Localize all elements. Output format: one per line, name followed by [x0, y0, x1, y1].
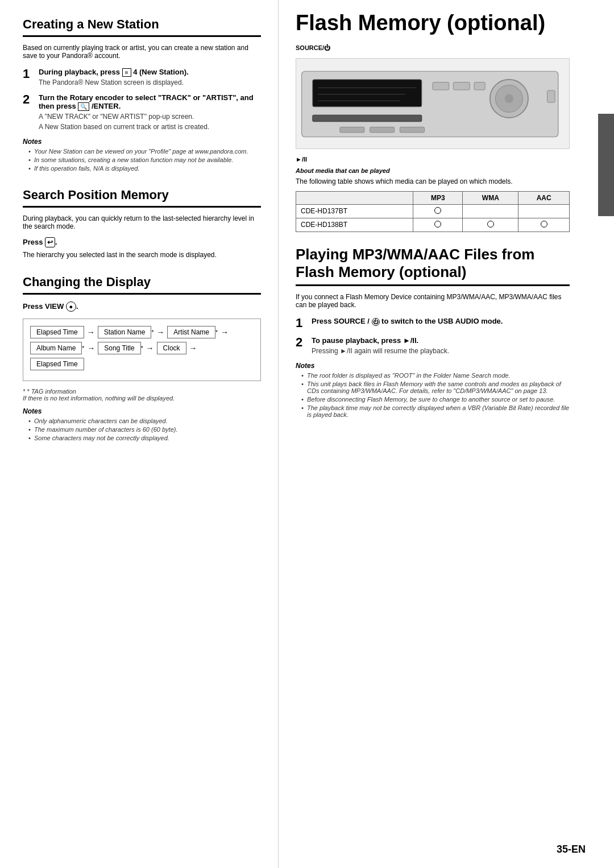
playing-mp3-intro: If you connect a Flash Memory Device con…: [296, 293, 570, 309]
flow-box-elapsed: Elapsed Time: [30, 326, 84, 338]
step-1-number: 1: [23, 68, 39, 86]
changing-display-notes: Notes Only alphanumeric characters can b…: [23, 407, 261, 441]
flash-step-1-title: Press SOURCE / ⏻ to switch to the USB AU…: [312, 317, 570, 326]
note-item: If this operation fails, N/A is displaye…: [28, 165, 261, 172]
flow-box-elapsed2: Elapsed Time: [30, 358, 84, 370]
left-column: Creating a New Station Based on currentl…: [0, 0, 279, 868]
playing-mp3-section: Playing MP3/WMA/AAC Files from Flash Mem…: [296, 246, 570, 418]
flow-box-album: Album Name: [30, 342, 82, 354]
changing-display-section: Changing the Display Press VIEW ●. Elaps…: [23, 275, 261, 441]
flow-arrow: →: [221, 328, 229, 337]
svg-rect-9: [453, 82, 470, 89]
flash-step-2-number: 2: [296, 336, 312, 355]
note-item: Some characters may not be correctly dis…: [28, 435, 261, 441]
flow-box-clock: Clock: [157, 342, 186, 354]
media-table-header: MP3 WMA AAC: [296, 191, 570, 204]
step-1-title: During playback, press ≡ 4 (New Station)…: [39, 68, 261, 76]
creating-station-notes-list: Your New Station can be viewed on your "…: [23, 148, 261, 172]
press-view-label: Press VIEW ●.: [23, 301, 261, 312]
svg-rect-11: [313, 115, 422, 122]
creating-station-intro: Based on currently playing track or arti…: [23, 44, 261, 60]
svg-rect-10: [474, 82, 485, 89]
aac-support: [518, 218, 570, 232]
search-position-intro: During playback, you can quickly return …: [23, 214, 261, 230]
flash-step-2-desc: Pressing ►/II again will resume the play…: [312, 347, 570, 355]
note-item: In some situations, creating a new stati…: [28, 156, 261, 163]
circle-icon: [434, 221, 441, 228]
aac-support: [518, 204, 570, 218]
flow-row-2: Album Name * → Song Title * → Clock →: [30, 342, 254, 354]
note-item: Your New Station can be viewed on your "…: [28, 148, 261, 155]
step-1-content: During playback, press ≡ 4 (New Station)…: [39, 68, 261, 86]
flow-box-song: Song Title: [98, 342, 140, 354]
creating-station-title: Creating a New Station: [23, 17, 261, 37]
media-table-body: CDE-HD137BT CDE-HD138BT: [296, 204, 570, 232]
tag-note: * * TAG information If there is no text …: [23, 388, 261, 402]
changing-display-title: Changing the Display: [23, 275, 261, 295]
flow-box-station: Station Name: [98, 326, 152, 338]
step-1: 1 During playback, press ≡ 4 (New Statio…: [23, 68, 261, 86]
wma-support: [463, 204, 518, 218]
flow-arrow: →: [156, 328, 164, 337]
note-item: The root folder is displayed as "ROOT" i…: [301, 372, 570, 379]
right-tab: [598, 114, 614, 216]
flow-arrow: →: [146, 344, 154, 353]
about-media-desc: The following table shows which media ca…: [296, 177, 570, 185]
step-2-content: Turn the Rotary encoder to select "TRACK…: [39, 93, 261, 131]
circle-icon: [434, 207, 441, 214]
flash-memory-title: Flash Memory (optional): [296, 11, 570, 35]
right-column: Flash Memory (optional) SOURCE/⏻: [279, 0, 598, 868]
search-position-section: Search Position Memory During playback, …: [23, 188, 261, 259]
playing-mp3-notes: Notes The root folder is displayed as "R…: [296, 362, 570, 418]
svg-rect-12: [547, 90, 555, 102]
th-wma: WMA: [463, 191, 518, 204]
flow-row-3: Elapsed Time: [30, 358, 254, 370]
playing-mp3-notes-title: Notes: [296, 362, 570, 370]
flow-arrow: →: [87, 328, 95, 337]
svg-rect-8: [433, 82, 449, 89]
step-2-desc1: A "NEW TRACK" or "NEW ARTIST" pop-up scr…: [39, 113, 261, 121]
svg-rect-15: [400, 127, 424, 133]
search-position-title: Search Position Memory: [23, 188, 261, 208]
press-search-label: Press ↩.: [23, 237, 261, 247]
source-label: SOURCE/⏻: [296, 44, 570, 51]
th-mp3: MP3: [413, 191, 463, 204]
wma-support: [463, 218, 518, 232]
tag-note-text: * TAG information: [27, 388, 76, 395]
table-row: CDE-HD137BT: [296, 204, 570, 218]
flow-asterisk: *: [151, 329, 154, 336]
page-suffix: -EN: [568, 844, 586, 855]
play-pause-label: ►/II: [296, 156, 570, 163]
model-name: CDE-HD138BT: [296, 218, 413, 232]
note-item: The playback time may not be correctly d…: [301, 404, 570, 418]
flow-asterisk: *: [215, 329, 218, 336]
svg-point-7: [505, 94, 513, 103]
display-flow: Elapsed Time → Station Name * → Artist N…: [23, 319, 261, 381]
page-number-value: 35: [557, 844, 568, 855]
step-2-title: Turn the Rotary encoder to select "TRACK…: [39, 93, 261, 110]
changing-display-notes-list: Only alphanumeric characters can be disp…: [23, 418, 261, 441]
model-name: CDE-HD137BT: [296, 204, 413, 218]
svg-rect-1: [313, 80, 422, 107]
playing-mp3-notes-list: The root folder is displayed as "ROOT" i…: [296, 372, 570, 418]
flow-row-1: Elapsed Time → Station Name * → Artist N…: [30, 326, 254, 338]
svg-rect-14: [370, 127, 395, 133]
flash-step-1-content: Press SOURCE / ⏻ to switch to the USB AU…: [312, 317, 570, 329]
th-model: [296, 191, 413, 204]
media-table: MP3 WMA AAC CDE-HD137BT CDE-HD138BT: [296, 191, 570, 232]
note-item: This unit plays back files in Flash Memo…: [301, 381, 570, 394]
svg-rect-13: [340, 127, 364, 133]
search-position-desc: The hierarchy you selected last in the s…: [23, 251, 261, 259]
step-1-desc: The Pandora® New Station screen is displ…: [39, 78, 261, 86]
flow-box-artist: Artist Name: [167, 326, 215, 338]
table-row: CDE-HD138BT: [296, 218, 570, 232]
circle-icon: [541, 221, 547, 228]
page-number: 35-EN: [557, 839, 586, 857]
device-image: [296, 58, 570, 149]
flash-step-1-number: 1: [296, 317, 312, 329]
flash-step-1: 1 Press SOURCE / ⏻ to switch to the USB …: [296, 317, 570, 329]
flash-step-2-content: To pause playback, press ►/II. Pressing …: [312, 336, 570, 355]
about-media-label: About media that can be played: [296, 167, 570, 174]
creating-station-notes: Notes Your New Station can be viewed on …: [23, 138, 261, 172]
page-container: Creating a New Station Based on currentl…: [0, 0, 614, 868]
